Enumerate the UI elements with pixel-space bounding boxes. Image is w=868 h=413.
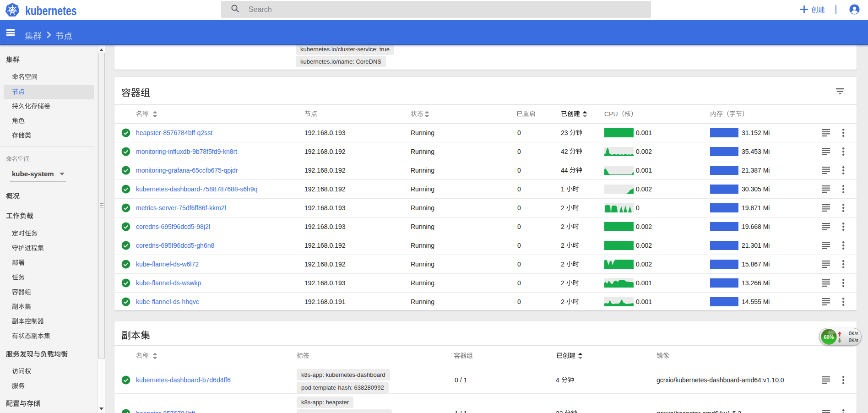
svg-text:60%: 60% bbox=[824, 334, 834, 340]
